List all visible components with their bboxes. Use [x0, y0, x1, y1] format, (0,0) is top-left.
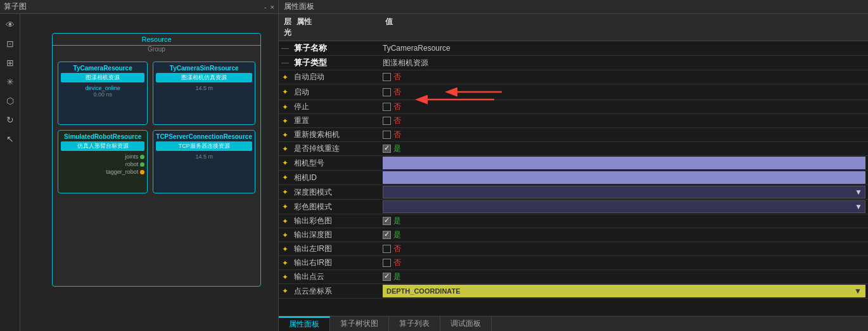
node-toolbar-btn[interactable]: ⊞ [2, 55, 18, 71]
checkbox-reset[interactable] [383, 117, 391, 125]
tab-debug[interactable]: 调试面板 [440, 316, 492, 331]
node-card-tycamerasin[interactable]: TyCameraSinResource 图漾相机仿真资源 14.5 m [153, 62, 255, 125]
eye-toolbar-btn[interactable]: 👁 [2, 16, 18, 33]
prop-row-camera-id: ✦ 相机ID [279, 171, 868, 185]
link-toolbar-btn[interactable]: ⬡ [2, 93, 18, 109]
tab-list-label: 算子列表 [399, 318, 430, 329]
tab-properties[interactable]: 属性面板 [279, 316, 330, 331]
checkbox-output-left-ir[interactable] [383, 245, 391, 253]
port-tagger: tagger_robot [106, 169, 144, 175]
prop-value-pointcloud-coord[interactable]: DEPTH_COORDINATE ▼ [380, 284, 868, 298]
node1-footer: device_online [61, 85, 144, 91]
prop-label-stop: 停止 [291, 100, 380, 114]
refresh-icon: ↻ [6, 115, 14, 125]
camera-model-field[interactable] [383, 157, 865, 169]
prop-value-stop[interactable]: 否 [380, 100, 868, 114]
minimize-btn[interactable]: - [264, 3, 267, 11]
color-mode-arrow: ▼ [855, 202, 862, 211]
prop-value-camera-id[interactable] [380, 171, 868, 185]
tab-tree-label: 算子树状图 [340, 318, 378, 329]
prop-value-color-mode[interactable]: ▼ [380, 200, 868, 214]
depth-mode-arrow: ▼ [855, 188, 862, 197]
cursor-toolbar-btn[interactable]: ↖ [2, 131, 18, 147]
node-card-simrobot[interactable]: SimulatedRobotResource 仿真人形臂台标资源 joints … [58, 130, 148, 193]
frame-toolbar-btn[interactable]: ⊡ [2, 36, 18, 52]
prop-value-auto-start[interactable]: 否 [380, 70, 868, 84]
pointcloud-coord-value: DEPTH_COORDINATE [386, 287, 461, 295]
checkbox-output-pointcloud[interactable] [383, 273, 391, 281]
node-card-tcpserver[interactable]: TCPServerConnectionResource TCP服务器连接资源 1… [153, 130, 255, 193]
prop-row-reset: ✦ 重置 否 [279, 114, 868, 128]
prop-value-reset[interactable]: 否 [380, 114, 868, 127]
checkbox-rescan[interactable] [383, 131, 391, 139]
label-output-pointcloud: 是 [393, 271, 401, 282]
row-icon-camera-id: ✦ [279, 172, 291, 183]
tab-debug-label: 调试面板 [450, 318, 481, 329]
prop-value-output-right-ir[interactable]: 否 [380, 256, 868, 269]
star-icon-camera-id: ✦ [282, 173, 288, 182]
color-mode-dropdown[interactable]: ▼ [383, 200, 865, 213]
canvas-area[interactable]: Resource Group TyCameraResource 图漾相机资源 d… [20, 14, 278, 331]
checkbox-output-right-ir[interactable] [383, 259, 391, 267]
tab-list[interactable]: 算子列表 [389, 316, 440, 331]
pointcloud-coord-dropdown[interactable]: DEPTH_COORDINATE ▼ [383, 285, 865, 297]
prop-row-output-right-ir: ✦ 输出右IR图 否 [279, 256, 868, 270]
close-btn[interactable]: × [271, 3, 274, 11]
checkbox-stop[interactable] [383, 103, 391, 111]
left-panel-title: 算子图 [4, 1, 27, 12]
row-icon-rescan: ✦ [279, 129, 291, 141]
star-icon-auto-start: ✦ [282, 73, 288, 82]
resource-group-subtitle: Group [53, 46, 260, 53]
port-dot-robot [140, 162, 144, 167]
checkbox-reconnect[interactable] [383, 145, 391, 153]
tab-tree[interactable]: 算子树状图 [330, 316, 389, 331]
prop-label-output-right-ir: 输出右IR图 [291, 256, 380, 269]
refresh-toolbar-btn[interactable]: ↻ [2, 112, 18, 128]
asterisk-toolbar-btn[interactable]: ✳ [2, 74, 18, 90]
prop-row-stop: ✦ 停止 否 [279, 100, 868, 114]
port-dot-joints [140, 155, 144, 159]
checkbox-output-color[interactable] [383, 217, 391, 225]
prop-label-output-depth: 输出深度图 [291, 228, 380, 242]
prop-value-output-depth[interactable]: 是 [380, 228, 868, 242]
prop-value-output-color[interactable]: 是 [380, 214, 868, 228]
prop-value-depth-mode[interactable]: ▼ [380, 185, 868, 199]
node-card-tycamera[interactable]: TyCameraResource 图漾相机资源 device_online 0.… [58, 62, 148, 125]
row-icon-algo-name: — [279, 42, 291, 54]
prop-label-depth-mode: 深度图模式 [291, 186, 380, 199]
camera-id-field[interactable] [383, 171, 865, 184]
prop-label-camera-id: 相机ID [291, 171, 380, 185]
star-icon-output-left-ir: ✦ [282, 245, 288, 254]
row-icon-algo-type: — [279, 57, 291, 68]
star-icon-output-depth: ✦ [282, 231, 288, 240]
checkbox-auto-start[interactable] [383, 73, 391, 81]
label-output-left-ir: 否 [393, 243, 401, 254]
prop-row-color-mode: ✦ 彩色图模式 ▼ [279, 200, 868, 214]
resource-group-title: Resource [53, 34, 260, 46]
prop-row-auto-start: ✦ 自动启动 否 [279, 70, 868, 84]
checkbox-output-depth[interactable] [383, 231, 391, 239]
prop-label-start: 启动 [291, 86, 380, 99]
prop-value-output-left-ir[interactable]: 否 [380, 242, 868, 256]
prop-value-algo-type: 图漾相机资源 [380, 56, 868, 70]
prop-value-camera-model[interactable] [380, 156, 868, 170]
prop-row-depth-mode: ✦ 深度图模式 ▼ [279, 185, 868, 200]
prop-row-pointcloud-coord: ✦ 点云坐标系 DEPTH_COORDINATE ▼ [279, 284, 868, 299]
cursor-icon: ↖ [6, 134, 14, 144]
checkbox-start[interactable] [383, 88, 391, 96]
star-icon-color-mode: ✦ [282, 202, 288, 211]
header-col3: 值 [385, 16, 863, 38]
prop-label-pointcloud-coord: 点云坐标系 [291, 285, 380, 298]
prop-value-rescan[interactable]: 否 [380, 128, 868, 141]
props-scroll[interactable]: — 算子名称 TyCameraResource — 算子类型 图漾相机资源 [279, 41, 868, 316]
prop-value-output-pointcloud[interactable]: 是 [380, 270, 868, 283]
props-header: 层光 属性 值 [279, 14, 868, 41]
node4-value: 14.5 m [156, 153, 252, 160]
node1-subtitle: 图漾相机资源 [61, 73, 144, 82]
depth-mode-dropdown[interactable]: ▼ [383, 186, 865, 198]
prop-value-start[interactable]: 否 [380, 84, 868, 100]
prop-label-output-color: 输出彩色图 [291, 214, 380, 228]
left-title-bar: 算子图 - × [0, 0, 278, 14]
prop-value-reconnect[interactable]: 是 [380, 142, 868, 155]
row-icon-auto-start: ✦ [279, 72, 291, 83]
